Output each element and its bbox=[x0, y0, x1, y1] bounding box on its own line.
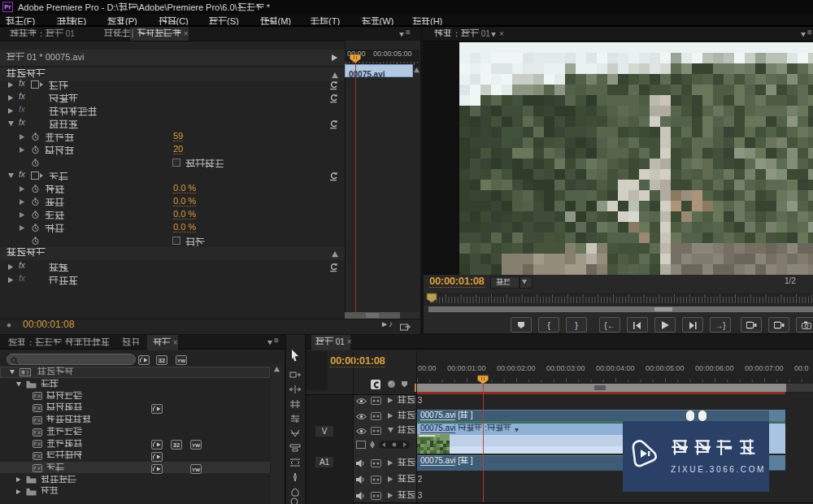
svg-text:32: 32 bbox=[159, 357, 165, 364]
svg-text:YW: YW bbox=[192, 466, 200, 471]
svg-text:32: 32 bbox=[173, 441, 180, 449]
svg-text:YW: YW bbox=[177, 358, 185, 363]
svg-text:YW: YW bbox=[192, 442, 200, 448]
